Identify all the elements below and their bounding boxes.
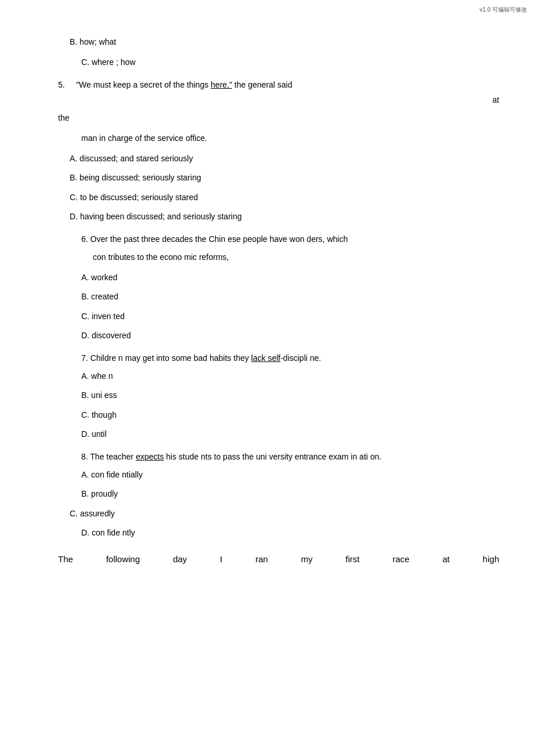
- option-b-how-what: B. how; what: [58, 35, 499, 49]
- q8-label: 8. The teacher: [81, 452, 136, 461]
- q7-opt-d: D. until: [58, 427, 499, 442]
- q8-underline: expects: [136, 452, 164, 461]
- q6-opt-a: A. worked: [58, 270, 499, 285]
- q7-text-part1: 7. Childre n may get into some bad habit…: [81, 353, 251, 363]
- bottom-word-4: ran: [255, 551, 268, 568]
- q5-label: 5.: [58, 80, 65, 89]
- q6-opt-d: D. discovered: [58, 328, 499, 343]
- q7-opt-b: B. uni ess: [58, 388, 499, 403]
- bottom-word-3: I: [220, 551, 222, 568]
- q5-text-part1: "We must keep a secret of the things: [76, 80, 211, 89]
- q8-opt-d: D. con fide ntly: [58, 526, 499, 540]
- bottom-word-0: The: [58, 551, 73, 568]
- q6-text2: con tributes to the econo mic reforms,: [58, 250, 499, 265]
- q7-opt-a: A. whe n: [58, 369, 499, 384]
- question-5: 5. "We must keep a secret of the things …: [58, 78, 499, 107]
- bottom-sentence: The following day I ran my first race at…: [58, 551, 499, 568]
- bottom-word-5: my: [301, 551, 312, 568]
- q7-text-part2: -discipli ne.: [280, 353, 321, 363]
- q5-text-part2: the general said: [232, 80, 293, 89]
- q8-opt-a: A. con fide ntially: [58, 468, 499, 482]
- q5-underline: here,": [211, 80, 232, 89]
- q5-opt-c: C. to be discussed; seriously stared: [58, 190, 499, 205]
- q7-opt-c: C. though: [58, 408, 499, 422]
- q8-text-rest: his stude nts to pass the uni versity en…: [164, 452, 381, 461]
- bottom-word-2: day: [173, 551, 187, 568]
- bottom-word-7: race: [392, 551, 409, 568]
- q6-opt-c: C. inven ted: [58, 309, 499, 324]
- q5-opt-a: A. discussed; and stared seriously: [58, 151, 499, 166]
- q5-the: the: [58, 111, 499, 125]
- bottom-word-9: high: [483, 551, 499, 568]
- q7-underline: lack self: [251, 353, 281, 363]
- option-c-where-how: C. where ; how: [58, 55, 499, 70]
- q6-opt-b: B. created: [58, 290, 499, 304]
- question-8: 8. The teacher expects his stude nts to …: [58, 450, 499, 464]
- bottom-word-1: following: [106, 551, 140, 568]
- q8-opt-c: C. assuredly: [58, 507, 499, 521]
- bottom-word-8: at: [442, 551, 450, 568]
- version-label: v1.0 可编辑可修改: [479, 6, 527, 14]
- q5-rest: man in charge of the service office.: [58, 131, 499, 146]
- q5-opt-d: D. having been discussed; and seriously …: [58, 209, 499, 224]
- question-6: 6. Over the past three decades the Chin …: [58, 232, 499, 247]
- q8-opt-b: B. proudly: [58, 487, 499, 501]
- bottom-word-6: first: [345, 551, 359, 568]
- question-7: 7. Childre n may get into some bad habit…: [58, 351, 499, 366]
- q5-opt-b: B. being discussed; seriously staring: [58, 171, 499, 185]
- q5-text-at: at: [492, 93, 499, 107]
